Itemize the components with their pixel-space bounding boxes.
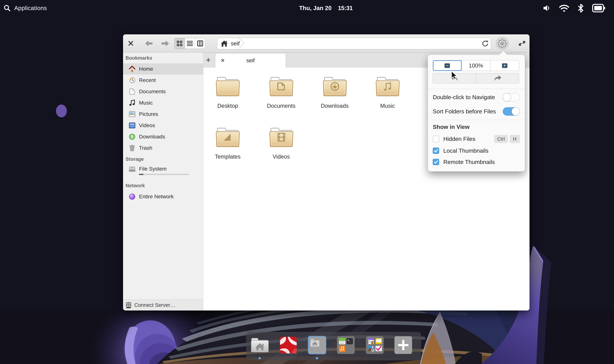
svg-text:$_: $_	[347, 339, 350, 341]
